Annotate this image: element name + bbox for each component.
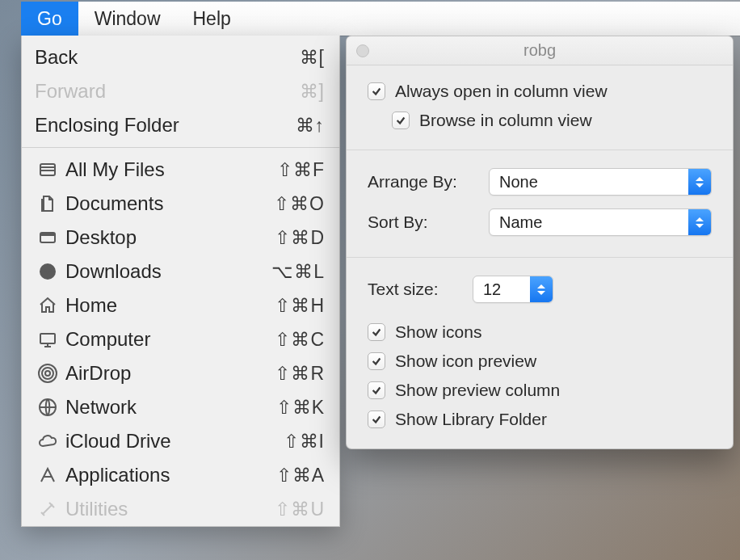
menu-computer[interactable]: Computer ⇧⌘C (22, 322, 339, 356)
menu-item-shortcut: ⇧⌘C (275, 329, 325, 351)
menu-item-shortcut: ⇧⌘H (275, 295, 325, 317)
network-icon (33, 398, 62, 417)
icloud-icon (33, 432, 62, 451)
popup-arrows-icon (688, 169, 711, 195)
menu-home[interactable]: Home ⇧⌘H (22, 288, 339, 322)
menu-item-label: Utilities (62, 498, 275, 520)
menu-item-shortcut: ⇧⌘F (277, 159, 325, 181)
browse-column-row[interactable]: Browse in column view (368, 106, 712, 135)
utilities-icon (33, 499, 62, 519)
arrange-by-popup[interactable]: None (489, 168, 712, 196)
checkbox-checked-icon[interactable] (368, 323, 385, 341)
check-label: Show icons (395, 322, 481, 342)
menu-applications[interactable]: Applications ⇧⌘A (22, 458, 339, 492)
svg-rect-6 (40, 334, 55, 343)
menu-all-my-files[interactable]: All My Files ⇧⌘F (22, 153, 339, 187)
check-label: Always open in column view (395, 82, 608, 101)
home-icon (33, 296, 62, 315)
menu-item-shortcut: ⇧⌘U (275, 499, 325, 520)
menu-item-label: Applications (62, 464, 276, 486)
menu-item-label: Documents (62, 192, 274, 215)
menu-airdrop[interactable]: AirDrop ⇧⌘R (22, 356, 339, 390)
popup-value: None (499, 173, 538, 192)
menu-documents[interactable]: Documents ⇧⌘O (22, 187, 339, 221)
menu-item-shortcut: ⇧⌘D (275, 227, 325, 249)
popup-arrows-icon (688, 209, 711, 235)
menu-forward: Forward ⌘] (22, 74, 339, 108)
checkbox-checked-icon[interactable] (368, 82, 385, 100)
svg-point-9 (45, 371, 50, 376)
sort-by-popup[interactable]: Name (489, 208, 712, 236)
menu-item-label: All My Files (62, 158, 277, 181)
check-label: Browse in column view (419, 111, 592, 130)
close-traffic-light[interactable] (356, 44, 369, 57)
show-preview-column-row[interactable]: Show preview column (368, 376, 712, 405)
menu-enclosing-shortcut: ⌘↑ (296, 115, 326, 137)
show-library-folder-row[interactable]: Show Library Folder (368, 405, 712, 434)
checkbox-checked-icon[interactable] (392, 112, 410, 129)
menu-utilities[interactable]: Utilities ⇧⌘U (22, 492, 339, 526)
menu-enclosing-label: Enclosing Folder (33, 114, 296, 137)
menu-item-shortcut: ⇧⌘I (284, 431, 325, 453)
menu-item-label: AirDrop (62, 362, 275, 385)
applications-icon (33, 465, 62, 485)
text-size-label: Text size: (368, 280, 473, 299)
menu-item-shortcut: ⇧⌘R (275, 363, 325, 385)
all-my-files-icon (33, 160, 62, 179)
section-text-show: Text size: 12 Show icons Show icon previ… (347, 258, 733, 448)
menu-item-label: Downloads (62, 260, 271, 283)
check-label: Show Library Folder (395, 410, 547, 429)
show-icon-preview-row[interactable]: Show icon preview (368, 347, 712, 376)
menu-item-shortcut: ⇧⌘O (274, 193, 325, 215)
check-label: Show icon preview (395, 352, 536, 371)
menu-back-shortcut: ⌘[ (300, 47, 325, 69)
menu-network[interactable]: Network ⇧⌘K (22, 390, 339, 424)
menu-forward-label: Forward (33, 80, 300, 103)
menu-separator (22, 147, 339, 148)
menu-item-label: Computer (62, 328, 275, 351)
desktop-icon (33, 228, 62, 247)
svg-point-10 (42, 368, 53, 379)
menu-downloads[interactable]: Downloads ⌥⌘L (22, 255, 339, 288)
menu-item-shortcut: ⇧⌘K (276, 397, 325, 419)
checkbox-checked-icon[interactable] (368, 381, 385, 399)
menu-desktop[interactable]: Desktop ⇧⌘D (22, 221, 339, 255)
sort-by-label: Sort By: (368, 213, 489, 232)
menu-item-label: Network (62, 396, 276, 419)
checkbox-checked-icon[interactable] (368, 352, 385, 370)
show-icons-row[interactable]: Show icons (368, 318, 712, 347)
popup-value: 12 (483, 280, 501, 299)
menu-back-label: Back (33, 46, 300, 69)
check-label: Show preview column (395, 381, 560, 400)
menu-help[interactable]: Help (177, 2, 247, 36)
svg-rect-4 (40, 233, 55, 236)
titlebar[interactable]: robg (347, 36, 733, 65)
downloads-icon (33, 262, 62, 281)
menu-item-shortcut: ⌥⌘L (271, 261, 325, 283)
checkbox-checked-icon[interactable] (368, 411, 385, 428)
menu-back[interactable]: Back ⌘[ (22, 40, 339, 74)
menubar: Go Window Help (21, 2, 740, 36)
arrange-by-label: Arrange By: (368, 172, 489, 192)
section-arrange-sort: Arrange By: None Sort By: Name (347, 150, 733, 258)
menu-item-label: Home (62, 294, 275, 317)
view-options-panel: robg Always open in column view Browse i… (346, 36, 734, 449)
menu-icloud[interactable]: iCloud Drive ⇧⌘I (22, 424, 339, 458)
airdrop-icon (33, 364, 62, 383)
menu-enclosing-folder[interactable]: Enclosing Folder ⌘↑ (22, 108, 339, 142)
popup-arrows-icon (530, 276, 553, 302)
popup-value: Name (499, 213, 542, 232)
menu-item-label: iCloud Drive (62, 430, 284, 453)
menu-item-shortcut: ⇧⌘A (276, 465, 325, 486)
menu-forward-shortcut: ⌘] (300, 81, 325, 103)
always-open-column-row[interactable]: Always open in column view (368, 77, 712, 106)
computer-icon (33, 330, 62, 349)
section-column-view: Always open in column view Browse in col… (347, 65, 733, 150)
documents-icon (33, 194, 62, 213)
window-title: robg (347, 41, 733, 60)
menu-window[interactable]: Window (78, 2, 177, 36)
go-menu-dropdown: Back ⌘[ Forward ⌘] Enclosing Folder ⌘↑ A… (21, 36, 340, 527)
menu-go[interactable]: Go (21, 2, 78, 36)
text-size-popup[interactable]: 12 (473, 276, 553, 303)
menu-item-label: Desktop (62, 226, 275, 249)
